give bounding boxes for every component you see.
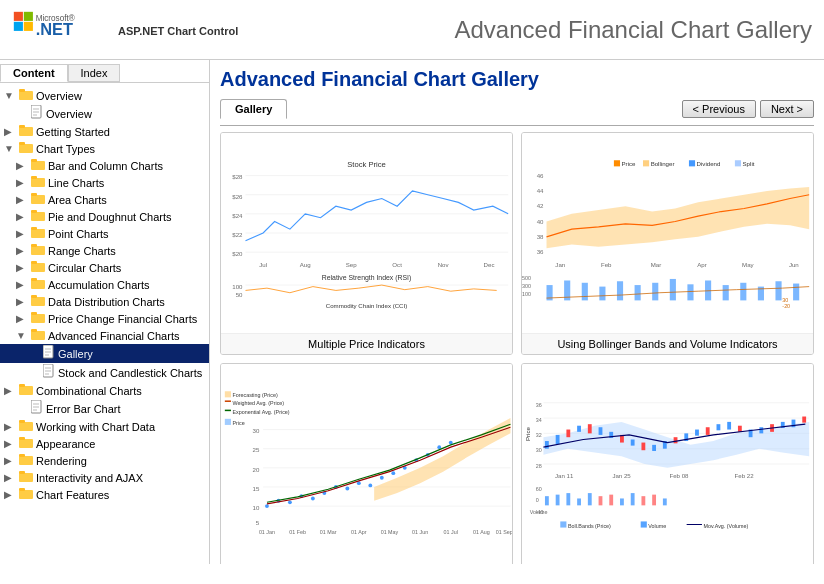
svg-text:Oct: Oct <box>392 261 402 268</box>
svg-rect-6 <box>19 91 33 100</box>
svg-text:Jan 11: Jan 11 <box>555 472 574 479</box>
svg-text:40: 40 <box>537 218 544 225</box>
tree-label-getting-started: Getting Started <box>36 126 110 138</box>
sidebar-item-gallery[interactable]: Gallery <box>0 344 209 363</box>
svg-rect-113 <box>599 287 605 301</box>
svg-rect-225 <box>599 496 603 505</box>
tree-label-line-charts: Line Charts <box>48 177 104 189</box>
tree-expander-getting-started: ▶ <box>4 126 16 137</box>
folder-icon <box>31 226 45 241</box>
svg-rect-130 <box>225 400 231 402</box>
svg-rect-30 <box>31 280 45 289</box>
tab-index[interactable]: Index <box>68 64 121 82</box>
sidebar-item-chart-types[interactable]: ▼Chart Types <box>0 140 209 157</box>
sidebar-item-getting-started[interactable]: ▶Getting Started <box>0 123 209 140</box>
sidebar-item-interactivity-ajax[interactable]: ▶Interactivity and AJAX <box>0 469 209 486</box>
svg-point-158 <box>380 476 384 480</box>
sidebar-item-accumulation[interactable]: ▶Accumulation Charts <box>0 276 209 293</box>
sidebar-item-overview-sub[interactable]: Overview <box>0 104 209 123</box>
sidebar-item-area-charts[interactable]: ▶Area Charts <box>0 191 209 208</box>
svg-rect-16 <box>31 161 45 170</box>
prev-button[interactable]: < Previous <box>682 100 756 118</box>
svg-text:01 Sep: 01 Sep <box>496 529 512 535</box>
svg-rect-116 <box>652 283 658 301</box>
folder-icon <box>31 209 45 224</box>
svg-text:01 Aug: 01 Aug <box>473 529 490 535</box>
tree-label-overview-sub: Overview <box>46 108 92 120</box>
sidebar-item-appearance[interactable]: ▶Appearance <box>0 435 209 452</box>
svg-text:Feb: Feb <box>601 261 612 268</box>
header: Microsoft® .NET ASP.NET Chart Control Ad… <box>0 0 824 60</box>
svg-text:Jun: Jun <box>789 261 799 268</box>
svg-rect-229 <box>641 496 645 505</box>
sidebar-item-adv-financial[interactable]: ▼Advanced Financial Charts <box>0 327 209 344</box>
svg-text:$20: $20 <box>232 250 243 257</box>
sidebar-item-pie-doughnut[interactable]: ▶Pie and Doughnut Charts <box>0 208 209 225</box>
tree-label-interactivity-ajax: Interactivity and AJAX <box>36 472 143 484</box>
svg-rect-202 <box>706 427 710 435</box>
tree-expander-circular-charts: ▶ <box>16 262 28 273</box>
sidebar-item-working-chart-data[interactable]: ▶Working with Chart Data <box>0 418 209 435</box>
svg-rect-128 <box>225 391 231 397</box>
svg-rect-224 <box>588 493 592 505</box>
svg-rect-187 <box>545 441 549 449</box>
folder-icon <box>31 260 45 275</box>
page-icon <box>31 400 43 417</box>
svg-text:01 Jan: 01 Jan <box>259 529 275 535</box>
sidebar-item-stock-candlestick[interactable]: Stock and Candlestick Charts <box>0 363 209 382</box>
svg-text:Feb 08: Feb 08 <box>669 472 689 479</box>
tree-expander-accumulation: ▶ <box>16 279 28 290</box>
svg-text:300: 300 <box>522 283 531 289</box>
tree-label-pie-doughnut: Pie and Doughnut Charts <box>48 211 172 223</box>
sidebar-item-overview[interactable]: ▼Overview <box>0 87 209 104</box>
sidebar-item-point-charts[interactable]: ▶Point Charts <box>0 225 209 242</box>
tree-expander-overview: ▼ <box>4 90 16 101</box>
svg-rect-33 <box>31 295 37 298</box>
svg-text:28: 28 <box>536 463 542 469</box>
svg-rect-190 <box>577 426 581 432</box>
page-title: Advanced Financial Chart Gallery <box>220 68 814 91</box>
tree-expander-area-charts: ▶ <box>16 194 28 205</box>
svg-rect-20 <box>31 195 45 204</box>
sidebar-item-rendering[interactable]: ▶Rendering <box>0 452 209 469</box>
tree-expander-range-charts: ▶ <box>16 245 28 256</box>
tab-content[interactable]: Content <box>0 64 68 82</box>
svg-rect-14 <box>19 144 33 153</box>
sidebar-item-circular-charts[interactable]: ▶Circular Charts <box>0 259 209 276</box>
logo-area: Microsoft® .NET ASP.NET Chart Control <box>12 8 238 52</box>
sidebar-item-bar-column[interactable]: ▶Bar and Column Charts <box>0 157 209 174</box>
svg-rect-31 <box>31 278 37 281</box>
svg-rect-191 <box>588 424 592 433</box>
sidebar-item-range-charts[interactable]: ▶Range Charts <box>0 242 209 259</box>
svg-rect-56 <box>19 456 33 465</box>
sidebar-item-error-bar[interactable]: Error Bar Chart <box>0 399 209 418</box>
svg-rect-28 <box>31 263 45 272</box>
svg-rect-55 <box>19 437 25 440</box>
svg-rect-231 <box>663 498 667 505</box>
svg-text:Mov.Avg. (Volume): Mov.Avg. (Volume) <box>703 523 748 529</box>
sidebar-item-line-charts[interactable]: ▶Line Charts <box>0 174 209 191</box>
svg-rect-195 <box>631 439 635 445</box>
svg-rect-0 <box>14 11 23 20</box>
svg-text:Volume: Volume <box>648 523 666 529</box>
svg-rect-232 <box>560 521 566 527</box>
gallery-tab[interactable]: Gallery <box>220 99 287 119</box>
chart-inner-4: 36 34 32 30 28 Price <box>522 364 813 564</box>
folder-icon <box>19 436 33 451</box>
svg-rect-203 <box>717 424 721 430</box>
svg-text:-40: -40 <box>536 509 544 515</box>
svg-rect-26 <box>31 246 45 255</box>
svg-rect-18 <box>31 178 45 187</box>
folder-icon <box>31 158 45 173</box>
sidebar-item-combinational[interactable]: ▶Combinational Charts <box>0 382 209 399</box>
sidebar-item-data-distribution[interactable]: ▶Data Distribution Charts <box>0 293 209 310</box>
sidebar-item-price-change[interactable]: ▶Price Change Financial Charts <box>0 310 209 327</box>
tree-expander-chart-features: ▶ <box>4 489 16 500</box>
svg-rect-234 <box>641 521 647 527</box>
sidebar-item-chart-features[interactable]: ▶Chart Features <box>0 486 209 503</box>
next-button[interactable]: Next > <box>760 100 814 118</box>
chart-inner-3: Forecasting (Price) Weighted Avg. (Price… <box>221 364 512 564</box>
svg-text:Bollinger: Bollinger <box>651 160 675 167</box>
svg-rect-120 <box>723 285 729 300</box>
svg-rect-211 <box>802 417 806 423</box>
